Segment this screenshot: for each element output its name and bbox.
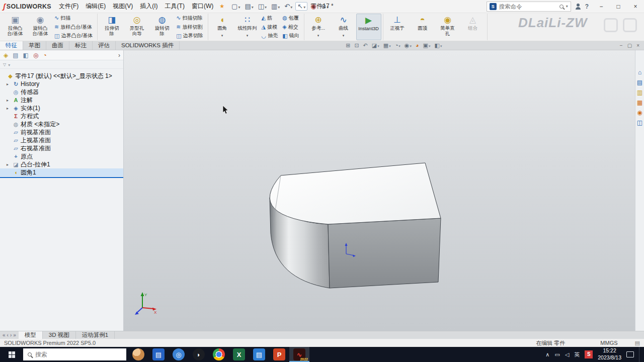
open-button[interactable]: ▤ bbox=[243, 3, 255, 10]
tab-features[interactable]: 特征 bbox=[0, 41, 23, 50]
print-button[interactable]: ▥ bbox=[270, 3, 281, 10]
part-model[interactable] bbox=[270, 163, 441, 288]
minimize-button[interactable]: − bbox=[593, 0, 610, 13]
tab-markup[interactable]: 标注 bbox=[69, 41, 93, 50]
start-button[interactable] bbox=[0, 347, 23, 362]
view-orientation-icon[interactable]: ▦ bbox=[383, 43, 391, 48]
section-view-icon[interactable]: ◪ bbox=[372, 43, 379, 48]
instant3d-button[interactable]: ▶ Instant3D bbox=[356, 14, 381, 40]
revolved-cut-button[interactable]: ◍ 旋转切 除 bbox=[149, 14, 175, 40]
menu-item[interactable]: 视图(V) bbox=[109, 1, 136, 12]
tree-annotations[interactable]: A 注解 bbox=[0, 96, 123, 104]
taskbar-excel-app[interactable]: X bbox=[229, 347, 249, 362]
lofted-boss-button[interactable]: ≋ 放样凸台/基体 bbox=[53, 23, 96, 32]
tree-top-plane[interactable]: ▱ 上视基准面 bbox=[0, 136, 123, 144]
mirror-button[interactable]: ◧ 镜向 bbox=[281, 31, 302, 40]
tree-fillet1[interactable]: ◖ 圆角1 bbox=[0, 168, 123, 176]
status-options-icon[interactable]: ▤ bbox=[635, 340, 640, 346]
configurationmanager-tab[interactable]: ◧ bbox=[23, 52, 29, 58]
tab-motion-study[interactable]: 运动算例1 bbox=[76, 331, 115, 339]
select-button[interactable]: ↖ bbox=[295, 2, 307, 11]
display-style-icon[interactable]: ◔ bbox=[395, 43, 400, 48]
boundary-boss-button[interactable]: ◫ 边界凸台/基体 bbox=[53, 31, 96, 40]
file-explorer-icon[interactable]: ▦ bbox=[637, 100, 642, 106]
curves-button[interactable]: ∿ 曲线 bbox=[331, 14, 356, 40]
hide-show-items-icon[interactable]: ◉ bbox=[405, 43, 412, 48]
top-face[interactable] bbox=[270, 163, 441, 224]
taskbar-chrome-app[interactable] bbox=[209, 347, 229, 362]
zoom-area-icon[interactable]: ⊡ bbox=[354, 43, 359, 48]
new-document-button[interactable]: ▢ bbox=[230, 3, 242, 10]
command-search-box[interactable]: S ▾ bbox=[487, 2, 571, 12]
swept-cut-button[interactable]: ∿ 扫描切除 bbox=[175, 14, 206, 23]
tree-history[interactable]: ↻ History bbox=[0, 80, 123, 88]
taskbar-browser-app[interactable]: ◎ bbox=[169, 347, 189, 362]
home-icon[interactable]: ⌂ bbox=[638, 69, 641, 75]
hole-wizard-button[interactable]: ◎ 异型孔 向导 bbox=[124, 14, 149, 40]
tree-root[interactable]: ◆ 零件17 (默认) <<默认>_显示状态 1> bbox=[0, 72, 123, 80]
taskbar-search-input[interactable] bbox=[35, 351, 122, 358]
ime-indicator[interactable]: 英 bbox=[574, 352, 580, 357]
taskbar-files-app[interactable]: ▤ bbox=[249, 347, 269, 362]
swept-boss-button[interactable]: ∿ 扫描 bbox=[53, 14, 96, 23]
dimxpert-tab[interactable]: ◎ bbox=[33, 52, 38, 58]
rib-button[interactable]: ◭ 筋 bbox=[260, 14, 281, 23]
tab-addins[interactable]: SOLIDWORKS 插件 bbox=[116, 41, 180, 50]
units-indicator[interactable]: MMGS bbox=[600, 340, 617, 346]
graphics-scene[interactable]: Y X bbox=[124, 50, 635, 331]
taskbar-search-box[interactable] bbox=[23, 348, 126, 360]
tab-model[interactable]: 模型 bbox=[19, 331, 43, 339]
menu-item[interactable]: 工具(T) bbox=[162, 1, 188, 12]
combine-button[interactable]: ◬ 组合 bbox=[460, 14, 486, 40]
custom-properties-icon[interactable]: ◫ bbox=[637, 120, 642, 126]
save-button[interactable]: ◫ bbox=[257, 3, 268, 10]
tree-material[interactable]: ◍ 材质 <未指定> bbox=[0, 120, 123, 128]
design-library-icon[interactable]: ▥ bbox=[637, 89, 642, 96]
revolved-boss-button[interactable]: ◉ 旋转凸 台/基体 bbox=[28, 14, 53, 40]
rewind-button[interactable]: « bbox=[3, 333, 6, 338]
resources-icon[interactable]: ▤ bbox=[637, 79, 642, 85]
taskbar-solidworks-app[interactable]: ∿ 2022 bbox=[289, 347, 309, 362]
fillet-button[interactable]: ◖ 圆角 bbox=[210, 14, 235, 40]
tree-right-plane[interactable]: ▱ 右视基准面 bbox=[0, 144, 123, 152]
boundary-cut-button[interactable]: ◫ 边界切除 bbox=[175, 31, 206, 40]
tray-display-icon[interactable]: ▭ bbox=[554, 352, 559, 357]
taskbar-dog-app[interactable] bbox=[128, 347, 148, 362]
menu-item[interactable]: 窗口(W) bbox=[188, 1, 217, 12]
prev-button[interactable]: ‹ bbox=[7, 333, 9, 338]
doc-close-button[interactable]: × bbox=[636, 43, 639, 48]
action-center-icon[interactable] bbox=[626, 351, 634, 357]
graphics-viewport[interactable]: Y X bbox=[124, 50, 635, 331]
panel-flyout-chevron[interactable]: › bbox=[118, 52, 120, 59]
forward-button[interactable]: » bbox=[13, 333, 16, 338]
extruded-boss-button[interactable]: ▣ 拉伸凸 台/基体 bbox=[3, 14, 28, 40]
show-desktop-button[interactable] bbox=[639, 347, 641, 362]
menu-pin-star-icon[interactable]: ★ bbox=[219, 3, 224, 10]
menu-item[interactable]: 文件(F) bbox=[55, 1, 82, 12]
expand-arrow-icon[interactable] bbox=[7, 162, 11, 167]
rollback-bar[interactable] bbox=[0, 177, 123, 178]
expand-arrow-icon[interactable] bbox=[7, 106, 11, 111]
tray-volume-icon[interactable]: ◁ bbox=[565, 352, 569, 357]
expand-arrow-icon[interactable] bbox=[7, 98, 11, 103]
user-account-icon[interactable] bbox=[575, 4, 581, 10]
displaymanager-tab[interactable]: ◔ bbox=[43, 52, 46, 58]
wrap-button[interactable]: ◍ 包覆 bbox=[281, 14, 302, 23]
help-icon[interactable]: ? bbox=[585, 3, 589, 10]
maximize-button[interactable]: □ bbox=[610, 0, 627, 13]
taskbar-powerpoint-app[interactable]: P bbox=[269, 347, 289, 362]
dome-button[interactable]: ◓ 圆顶 bbox=[410, 14, 435, 40]
taskbar-qq-app[interactable]: ◗ bbox=[189, 347, 209, 362]
propertymanager-tab[interactable]: ▤ bbox=[13, 52, 18, 58]
search-caret-icon[interactable]: ▾ bbox=[566, 4, 568, 9]
menu-item[interactable]: 插入(I) bbox=[136, 1, 161, 12]
tab-evaluate[interactable]: 评估 bbox=[93, 41, 116, 50]
taskbar-meeting-app[interactable]: ▤ bbox=[148, 347, 169, 362]
taskbar-clock[interactable]: 15:22 2023/8/13 bbox=[598, 347, 621, 361]
sogou-input-icon[interactable]: S bbox=[585, 350, 593, 358]
simple-hole-button[interactable]: ◉ 简单直 孔 bbox=[435, 14, 460, 40]
tree-boss-extrude1[interactable]: ◪ 凸台-拉伸1 bbox=[0, 160, 123, 168]
normal-to-button[interactable]: ⊥ 正视于 bbox=[385, 14, 410, 40]
apply-scene-icon[interactable]: ▣ bbox=[423, 43, 431, 48]
linear-pattern-button[interactable]: ∷ 线性阵列 bbox=[235, 14, 260, 40]
